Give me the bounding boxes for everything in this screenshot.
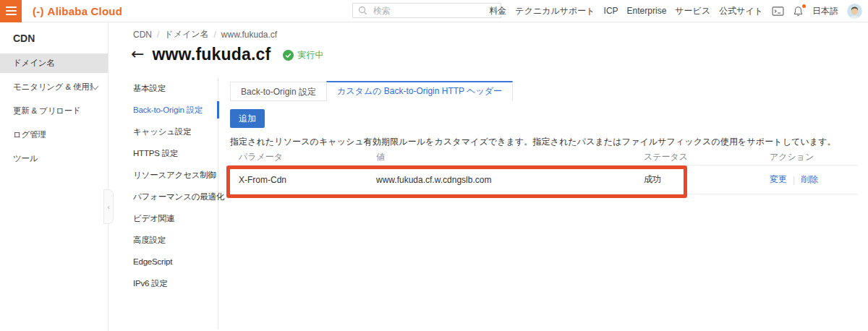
notification-badge-dot xyxy=(802,4,806,8)
settings-menu-item-7[interactable]: 高度設定 xyxy=(133,229,218,251)
breadcrumb: CDN/ドメイン名/www.fukuda.cf xyxy=(133,28,277,40)
breadcrumb-item-1[interactable]: ドメイン名 xyxy=(164,28,208,40)
sidebar-product-title: CDN xyxy=(0,22,108,53)
page-header: ← www.fukuda.cf 実行中 xyxy=(131,43,323,66)
sidebar-item-label: モニタリング & 使用量分析 xyxy=(13,82,93,93)
table-header-1: 値 xyxy=(367,151,635,163)
table-body: X-From-Cdnwww.fukuda.cf.w.cdngslb.com成功変… xyxy=(230,166,859,194)
logo-text: Alibaba Cloud xyxy=(48,5,122,17)
language-selector[interactable]: 日本語 xyxy=(812,5,838,17)
settings-menu-item-4[interactable]: リソースアクセス制御 xyxy=(133,164,218,186)
global-search-box[interactable] xyxy=(352,3,501,18)
sidebar-item-3[interactable]: ログ管理 xyxy=(0,125,108,145)
top-nav-links: 料金テクニカルサポートICPEnterpriseサービス公式サイト xyxy=(489,5,763,17)
settings-menu-item-8[interactable]: EdgeScript xyxy=(133,251,218,272)
chevron-down-icon xyxy=(92,82,99,90)
search-input[interactable] xyxy=(372,5,495,17)
tab-1[interactable]: カスタムの Back-to-Origin HTTP ヘッダー xyxy=(326,81,513,101)
tab-bar: Back-to-Origin 設定カスタムの Back-to-Origin HT… xyxy=(230,81,513,101)
sidebar-menu: ドメイン名モニタリング & 使用量分析更新 & プリロードログ管理ツール xyxy=(0,53,108,168)
hamburger-menu-button[interactable] xyxy=(0,0,22,22)
notifications-button[interactable] xyxy=(793,6,804,17)
row-parameter: X-From-Cdn xyxy=(230,175,367,185)
action-divider: | xyxy=(793,175,795,185)
top-nav: 料金テクニカルサポートICPEnterpriseサービス公式サイト 日本語 xyxy=(489,0,862,22)
sidebar-item-label: 更新 & プリロード xyxy=(13,106,81,116)
sidebar-item-1[interactable]: モニタリング & 使用量分析 xyxy=(0,77,108,97)
settings-menu-item-0[interactable]: 基本設定 xyxy=(133,77,218,99)
back-button[interactable]: ← xyxy=(131,46,144,62)
sidebar-item-label: ドメイン名 xyxy=(13,58,55,69)
sidebar-item-label: ログ管理 xyxy=(13,129,46,140)
top-nav-item-3[interactable]: Enterprise xyxy=(627,6,667,16)
settings-menu-item-9[interactable]: IPv6 設定 xyxy=(133,272,218,294)
top-nav-item-5[interactable]: 公式サイト xyxy=(719,5,763,17)
top-bar: (-) Alibaba Cloud 料金テクニカルサポートICPEnterpri… xyxy=(0,0,868,22)
action-change-link[interactable]: 変更 xyxy=(770,173,787,186)
description-text: 指定されたリソースのキャッシュ有効期限ルールをカスタマイズできます。指定されたパ… xyxy=(230,136,836,148)
table-header-2: ステータス xyxy=(635,151,761,163)
alibaba-cloud-logo[interactable]: (-) Alibaba Cloud xyxy=(33,5,122,17)
settings-menu-item-2[interactable]: キャッシュ設定 xyxy=(133,121,218,142)
settings-menu: 基本設定Back-to-Origin 設定キャッシュ設定HTTPS 設定リソース… xyxy=(133,77,218,329)
tab-0[interactable]: Back-to-Origin 設定 xyxy=(230,82,327,101)
hamburger-icon xyxy=(6,14,17,15)
headers-table: パラメータ値ステータスアクション X-From-Cdnwww.fukuda.cf… xyxy=(230,150,859,194)
row-value: www.fukuda.cf.w.cdngslb.com xyxy=(367,175,635,185)
add-button[interactable]: 追加 xyxy=(230,109,265,128)
row-status: 成功 xyxy=(635,173,761,186)
settings-menu-item-6[interactable]: ビデオ関連 xyxy=(133,207,218,229)
top-nav-item-1[interactable]: テクニカルサポート xyxy=(515,5,595,17)
settings-menu-item-3[interactable]: HTTPS 設定 xyxy=(133,142,218,164)
status-badge: 実行中 xyxy=(283,49,323,61)
search-icon xyxy=(358,6,367,15)
avatar[interactable] xyxy=(847,4,862,19)
sidebar-collapse-handle[interactable]: ‹ xyxy=(103,189,114,224)
console-icon xyxy=(772,7,784,16)
table-head: パラメータ値ステータスアクション xyxy=(230,150,859,166)
breadcrumb-separator: / xyxy=(157,30,159,40)
hamburger-icon xyxy=(6,10,17,12)
action-delete-link[interactable]: 削除 xyxy=(801,173,818,186)
breadcrumb-separator: / xyxy=(213,30,216,40)
table-row: X-From-Cdnwww.fukuda.cf.w.cdngslb.com成功変… xyxy=(230,166,859,194)
sidebar-item-0[interactable]: ドメイン名 xyxy=(0,53,108,73)
hamburger-icon xyxy=(6,7,17,8)
settings-menu-item-1[interactable]: Back-to-Origin 設定 xyxy=(133,99,218,121)
settings-menu-item-5[interactable]: パフォーマンスの最適化 xyxy=(133,186,218,207)
logo-bracket-icon: (-) xyxy=(33,5,44,17)
check-icon xyxy=(283,50,294,61)
top-nav-item-4[interactable]: サービス xyxy=(675,5,710,17)
status-label: 実行中 xyxy=(297,49,323,61)
row-actions: 変更|削除 xyxy=(761,173,859,186)
console-button[interactable] xyxy=(772,7,784,16)
page-title: www.fukuda.cf xyxy=(152,45,271,64)
sidebar-item-label: ツール xyxy=(13,153,38,164)
main-content: CDN/ドメイン名/www.fukuda.cf ← www.fukuda.cf … xyxy=(109,22,868,331)
top-nav-item-0[interactable]: 料金 xyxy=(489,5,506,17)
breadcrumb-item-2[interactable]: www.fukuda.cf xyxy=(221,30,277,40)
table-header-3: アクション xyxy=(761,151,859,163)
top-nav-item-2[interactable]: ICP xyxy=(604,6,618,16)
collapse-icon: ‹ xyxy=(107,202,110,211)
product-sidebar: CDN ドメイン名モニタリング & 使用量分析更新 & プリロードログ管理ツール xyxy=(0,22,109,331)
sidebar-item-2[interactable]: 更新 & プリロード xyxy=(0,101,108,121)
table-header-0: パラメータ xyxy=(230,151,367,163)
user-avatar-image xyxy=(847,4,862,19)
sidebar-item-4[interactable]: ツール xyxy=(0,149,108,168)
breadcrumb-item-0[interactable]: CDN xyxy=(133,30,152,40)
